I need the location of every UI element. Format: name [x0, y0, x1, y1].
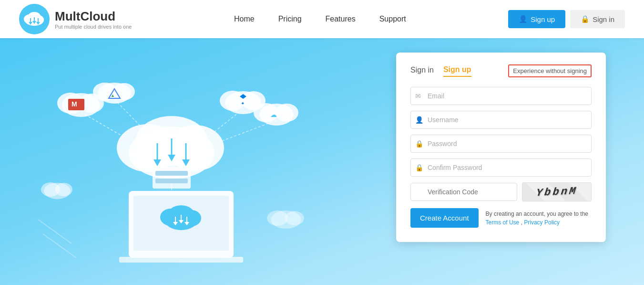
logo-name: MultCloud — [55, 9, 132, 24]
nav-home[interactable]: Home — [234, 15, 255, 23]
verification-row: 🛡 YbbnM — [410, 182, 592, 201]
email-input[interactable] — [410, 87, 592, 105]
username-input[interactable] — [410, 111, 592, 129]
svg-point-66 — [285, 211, 304, 225]
svg-point-63 — [55, 183, 72, 196]
svg-rect-58 — [153, 167, 191, 189]
email-group: ✉ — [410, 87, 592, 105]
confirm-password-input[interactable] — [410, 158, 592, 177]
create-account-button[interactable]: Create Account — [410, 208, 479, 228]
create-account-row: Create Account By creating an account, y… — [410, 208, 592, 228]
logo-icon — [19, 4, 50, 35]
lock-icon: 🔒 — [581, 15, 590, 23]
header: MultCloud Put multiple cloud drives into… — [0, 0, 644, 38]
auth-card: Sign in Sign up Experience without signi… — [396, 53, 606, 242]
tab-signin[interactable]: Sign in — [410, 66, 434, 76]
header-signup-button[interactable]: 👤 Sign up — [508, 10, 565, 28]
privacy-policy-link[interactable]: Privacy Policy — [524, 219, 560, 226]
tab-experience[interactable]: Experience without signing — [508, 64, 592, 77]
header-buttons: 👤 Sign up 🔒 Sign in — [508, 10, 625, 28]
lock2-icon: 🔒 — [415, 164, 423, 171]
nav-features[interactable]: Features — [326, 15, 356, 23]
user-icon: 👤 — [519, 15, 528, 23]
logo-area: MultCloud Put multiple cloud drives into… — [19, 4, 132, 35]
svg-text:▲: ▲ — [111, 93, 115, 98]
svg-point-51 — [276, 104, 298, 122]
username-group: 👤 — [410, 111, 592, 129]
hero-illustration: M ▲ ✦ ☁ — [0, 38, 348, 285]
header-signin-button[interactable]: 🔒 Sign in — [570, 10, 625, 28]
main-area: M ▲ ✦ ☁ — [0, 38, 644, 285]
svg-text:✦: ✦ — [241, 101, 245, 106]
svg-line-56 — [210, 120, 276, 146]
password-group: 🔒 — [410, 135, 592, 153]
svg-line-67 — [38, 220, 72, 243]
password-input[interactable] — [410, 135, 592, 153]
terms-of-use-link[interactable]: Terms of Use — [486, 219, 520, 226]
verification-input[interactable] — [410, 183, 517, 201]
user-icon: 👤 — [415, 116, 423, 124]
svg-point-65 — [267, 211, 288, 226]
confirm-password-group: 🔒 — [410, 158, 592, 177]
svg-rect-60 — [155, 179, 188, 183]
nav-pricing[interactable]: Pricing — [278, 15, 302, 23]
svg-text:☁: ☁ — [270, 111, 277, 118]
svg-rect-59 — [155, 171, 188, 176]
nav-support[interactable]: Support — [379, 15, 406, 23]
logo-tagline: Put multiple cloud drives into one — [55, 24, 132, 30]
svg-rect-33 — [119, 257, 243, 263]
svg-line-68 — [43, 234, 76, 258]
terms-text: By creating an account, you agree to the… — [486, 210, 588, 227]
auth-tabs: Sign in Sign up Experience without signi… — [410, 64, 592, 77]
email-icon: ✉ — [415, 92, 421, 100]
logo-text-area: MultCloud Put multiple cloud drives into… — [55, 9, 132, 30]
tab-signup[interactable]: Sign up — [443, 65, 471, 77]
captcha-image[interactable]: YbbnM — [522, 182, 592, 201]
svg-text:M: M — [72, 100, 77, 108]
lock-icon: 🔒 — [415, 140, 423, 148]
nav-links: Home Pricing Features Support — [234, 15, 406, 23]
